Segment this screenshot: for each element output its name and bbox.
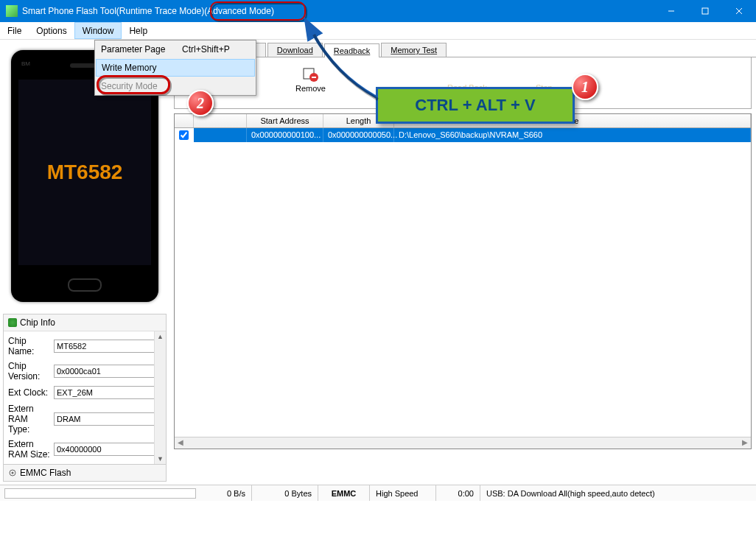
window-menu-dropdown: Parameter Page Ctrl+Shift+P Write Memory… bbox=[94, 40, 256, 96]
annotation-shortcut-box: CTRL + ALT + V bbox=[376, 87, 575, 124]
emmc-panel: EMMC Flash bbox=[3, 464, 167, 482]
ram-type-label: Extern RAM Type: bbox=[8, 404, 51, 435]
ram-size-label: Extern RAM Size: bbox=[8, 439, 51, 460]
annotation-shortcut-text: CTRL + ALT + V bbox=[415, 96, 535, 115]
phone-chip-label: MT6582 bbox=[47, 161, 123, 184]
gear-icon bbox=[8, 468, 17, 477]
chip-info-title: Chip Info bbox=[20, 317, 55, 328]
readback-table: Start Address Length File 0x000000000100… bbox=[174, 113, 752, 449]
th-checkbox bbox=[175, 114, 194, 127]
table-row[interactable]: 0x000000000100... 0x000000000050... D:\L… bbox=[175, 128, 751, 142]
chip-name-row: Chip Name: bbox=[8, 336, 161, 356]
svg-rect-1 bbox=[702, 8, 708, 14]
chip-name-field[interactable] bbox=[54, 340, 161, 353]
row-checkbox-input[interactable] bbox=[179, 130, 189, 140]
chip-version-label: Chip Version: bbox=[8, 361, 51, 382]
tabstrip: Format Download Readback Memory Test bbox=[169, 40, 756, 57]
status-speed: High Speed bbox=[370, 485, 436, 501]
phone-screen: MT6582 bbox=[18, 80, 151, 265]
svg-point-5 bbox=[12, 472, 14, 474]
window-title: Smart Phone Flash Tool(Runtime Trace Mod… bbox=[22, 6, 274, 16]
chip-icon bbox=[8, 318, 17, 327]
menu-item-label: Parameter Page bbox=[101, 44, 182, 54]
ram-type-field[interactable] bbox=[54, 412, 161, 426]
maximize-button[interactable] bbox=[688, 0, 722, 22]
menu-item-parameter-page[interactable]: Parameter Page Ctrl+Shift+P bbox=[95, 41, 256, 58]
close-button[interactable] bbox=[722, 0, 756, 22]
row-checkbox[interactable] bbox=[175, 128, 194, 142]
menu-item-security-mode[interactable]: Security Mode bbox=[95, 77, 256, 95]
phone-brand: BM bbox=[21, 60, 30, 67]
window-controls bbox=[654, 0, 756, 22]
th-start-address: Start Address bbox=[247, 114, 323, 127]
tab-memory-test[interactable]: Memory Test bbox=[381, 43, 447, 57]
status-storage: EMMC bbox=[318, 485, 370, 501]
status-time: 0:00 bbox=[436, 485, 480, 501]
chip-info-header: Chip Info bbox=[4, 314, 166, 331]
chip-info-body: Chip Name: Chip Version: Ext Clock: Exte… bbox=[4, 331, 166, 464]
remove-button[interactable]: Remove bbox=[295, 65, 326, 101]
chip-version-field[interactable] bbox=[54, 365, 161, 378]
progress-bar bbox=[4, 488, 196, 499]
ram-size-row: Extern RAM Size: bbox=[8, 439, 161, 460]
ram-type-row: Extern RAM Type: bbox=[8, 404, 161, 435]
left-panel: BM MT6582 Chip Info Chip Name: Chip Vers… bbox=[0, 40, 169, 485]
table-h-scrollbar[interactable] bbox=[175, 437, 751, 449]
annotation-step-2-badge: 2 bbox=[187, 90, 214, 116]
app-icon bbox=[6, 5, 18, 17]
row-index bbox=[194, 128, 247, 142]
ext-clock-label: Ext Clock: bbox=[8, 387, 51, 398]
remove-label: Remove bbox=[295, 84, 326, 93]
status-usb: USB: DA Download All(high speed,auto det… bbox=[480, 485, 756, 501]
titlebar: Smart Phone Flash Tool(Runtime Trace Mod… bbox=[0, 0, 756, 22]
row-length: 0x000000000050... bbox=[323, 128, 394, 142]
chip-info-scrollbar[interactable] bbox=[154, 331, 166, 464]
ext-clock-field[interactable] bbox=[54, 386, 161, 399]
status-bytes: 0 Bytes bbox=[252, 485, 318, 501]
tab-download[interactable]: Download bbox=[267, 43, 323, 57]
remove-icon bbox=[301, 65, 319, 82]
row-address: 0x000000000100... bbox=[247, 128, 323, 142]
minimize-button[interactable] bbox=[654, 0, 688, 22]
menu-item-label: Write Memory bbox=[102, 63, 156, 73]
emmc-header: EMMC Flash bbox=[4, 465, 166, 481]
ram-size-field[interactable] bbox=[54, 443, 161, 456]
menu-options[interactable]: Options bbox=[29, 22, 74, 39]
menu-item-write-memory[interactable]: Write Memory bbox=[96, 59, 255, 77]
table-empty-area bbox=[175, 142, 751, 437]
menu-item-shortcut: Ctrl+Shift+P bbox=[182, 44, 241, 54]
menu-help[interactable]: Help bbox=[122, 22, 155, 39]
menu-file[interactable]: File bbox=[0, 22, 29, 39]
row-file: D:\Lenovo_S660\backup\NVRAM_S660 bbox=[394, 128, 751, 142]
menu-window[interactable]: Window bbox=[74, 22, 122, 39]
menubar: File Options Window Help bbox=[0, 22, 756, 40]
chip-name-label: Chip Name: bbox=[8, 336, 51, 356]
status-rate: 0 B/s bbox=[200, 485, 252, 501]
menu-item-label: Security Mode bbox=[101, 81, 158, 91]
chip-info-panel: Chip Info Chip Name: Chip Version: Ext C… bbox=[3, 314, 167, 465]
tab-readback[interactable]: Readback bbox=[324, 43, 380, 57]
statusbar: 0 B/s 0 Bytes EMMC High Speed 0:00 USB: … bbox=[0, 485, 756, 501]
chip-version-row: Chip Version: bbox=[8, 361, 161, 382]
phone-home-button-icon bbox=[68, 278, 102, 292]
ext-clock-row: Ext Clock: bbox=[8, 386, 161, 399]
emmc-title-text: EMMC Flash bbox=[20, 468, 71, 478]
annotation-step-1-badge: 1 bbox=[572, 74, 598, 100]
